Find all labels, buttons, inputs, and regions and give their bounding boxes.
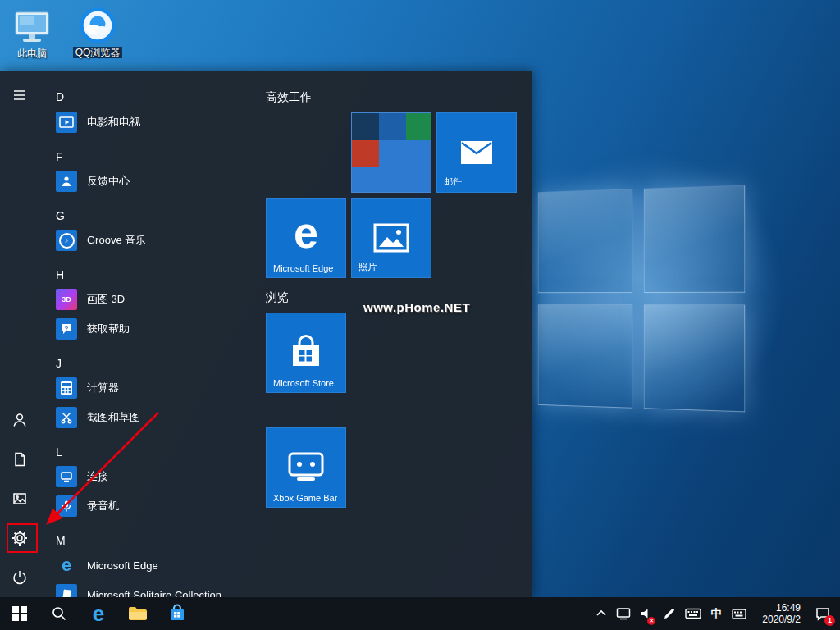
app-item-label: 录音机: [87, 499, 119, 514]
tile-label: Microsoft Store: [273, 378, 334, 388]
app-item-movies-tv[interactable]: 电影和电视: [56, 107, 256, 137]
app-item-groove-music[interactable]: ♪ Groove 音乐: [56, 226, 256, 255]
documents-button[interactable]: [0, 440, 39, 479]
app-letter-h[interactable]: H: [56, 267, 85, 283]
keyboard-icon: [732, 609, 746, 619]
notification-badge: 1: [824, 615, 835, 626]
tray-volume-button[interactable]: ×: [635, 597, 658, 630]
app-item-label: 获取帮助: [87, 322, 130, 336]
tile-xbox-game-bar[interactable]: Xbox Game Bar: [266, 427, 346, 508]
search-icon: [51, 605, 67, 622]
taskbar-edge-button[interactable]: e: [79, 597, 118, 630]
get-help-icon: ?: [56, 318, 77, 340]
movies-tv-icon: [56, 112, 77, 133]
qq-browser-icon: [66, 5, 130, 44]
app-letter-l[interactable]: L: [56, 444, 85, 460]
wallpaper-pane: [644, 185, 745, 293]
collage-square: [406, 113, 431, 140]
taskbar-search-button[interactable]: [39, 597, 79, 630]
tray-action-center-button[interactable]: 1: [806, 597, 840, 630]
tile-microsoft-edge[interactable]: e Microsoft Edge: [266, 198, 346, 278]
tray-touch-keyboard-button[interactable]: [681, 597, 705, 630]
wallpaper-pane: [538, 304, 632, 409]
desktop-icon-this-pc[interactable]: 此电脑: [0, 7, 64, 59]
expand-menu-button[interactable]: [0, 75, 39, 115]
wallpaper-pane: [644, 304, 745, 412]
app-item-solitaire[interactable]: Microsoft Solitaire Collection: [56, 580, 256, 597]
windows-logo-icon: [12, 606, 27, 621]
groove-music-icon: ♪: [56, 230, 77, 251]
tile-group-label[interactable]: 高效工作: [266, 90, 312, 105]
tile-mail[interactable]: 邮件: [436, 112, 517, 193]
settings-button[interactable]: [0, 518, 39, 558]
svg-text:?: ?: [65, 325, 69, 332]
connect-icon: [56, 466, 77, 487]
user-account-button[interactable]: [0, 400, 39, 440]
tray-ime-button[interactable]: 中: [705, 597, 727, 630]
app-item-get-help[interactable]: ? 获取帮助: [56, 314, 256, 344]
app-item-snip-sketch[interactable]: 截图和草图: [56, 403, 256, 432]
tray-clock[interactable]: 16:49 2020/9/2: [751, 597, 806, 630]
tray-network-button[interactable]: [612, 597, 635, 630]
taskbar: e × 中: [0, 597, 840, 630]
power-icon: [11, 569, 28, 586]
app-item-label: Microsoft Edge: [87, 559, 158, 572]
app-item-calculator[interactable]: 计算器: [56, 373, 256, 403]
app-item-label: 画图 3D: [87, 292, 125, 307]
app-item-microsoft-edge[interactable]: e Microsoft Edge: [56, 550, 256, 580]
store-icon: [168, 604, 186, 623]
hamburger-icon: [11, 87, 28, 103]
power-button[interactable]: [0, 558, 39, 597]
app-letter-d[interactable]: D: [56, 89, 85, 105]
app-letter-g[interactable]: G: [56, 208, 85, 224]
folder-icon: [128, 605, 148, 622]
tray-ime-toolbar-button[interactable]: [727, 597, 751, 630]
app-item-paint-3d[interactable]: 3D 画图 3D: [56, 285, 256, 314]
tile-folder-collage[interactable]: [351, 112, 431, 193]
tile-group-label[interactable]: 浏览: [266, 290, 289, 305]
paint-3d-icon: 3D: [56, 289, 77, 310]
tray-show-hidden-icons-button[interactable]: [591, 597, 612, 630]
windows-logo-wallpaper: [538, 185, 745, 413]
app-item-label: 截图和草图: [87, 410, 140, 425]
chevron-up-icon: [596, 609, 607, 618]
tile-microsoft-store[interactable]: Microsoft Store: [266, 313, 346, 393]
app-item-label: 反馈中心: [87, 174, 130, 189]
tile-photos[interactable]: 照片: [351, 198, 431, 278]
start-menu-app-list: D 电影和电视 F 反馈中心 G ♪ Groove 音乐: [39, 71, 266, 597]
pictures-icon: [11, 491, 28, 507]
app-letter-j[interactable]: J: [56, 355, 85, 372]
desktop-icon-label: QQ浏览器: [73, 47, 123, 58]
taskbar-file-explorer-button[interactable]: [118, 597, 158, 630]
tray-windows-ink-button[interactable]: [658, 597, 681, 630]
solitaire-icon: [56, 584, 77, 597]
desktop-icon-qq-browser[interactable]: QQ浏览器: [66, 5, 130, 59]
app-letter-f[interactable]: F: [56, 148, 85, 165]
calculator-icon: [56, 377, 77, 399]
taskbar-store-button[interactable]: [158, 597, 197, 630]
wallpaper-pane: [538, 189, 632, 293]
edge-icon: e: [56, 555, 77, 576]
app-item-connect[interactable]: 连接: [56, 462, 256, 491]
tile-label: 邮件: [444, 176, 462, 188]
collage-square: [352, 113, 379, 140]
app-item-feedback-hub[interactable]: 反馈中心: [56, 167, 256, 196]
feedback-hub-icon: [56, 171, 77, 192]
start-menu-rail: [0, 71, 39, 597]
pictures-button[interactable]: [0, 479, 39, 518]
volume-muted-badge: ×: [647, 617, 655, 625]
desktop-icon-label: 此电脑: [0, 48, 64, 59]
app-item-voice-recorder[interactable]: 录音机: [56, 491, 256, 521]
start-menu: D 电影和电视 F 反馈中心 G ♪ Groove 音乐: [0, 71, 532, 597]
network-icon: [616, 607, 631, 620]
app-item-label: Microsoft Solitaire Collection: [87, 589, 221, 598]
app-letter-m[interactable]: M: [56, 532, 85, 549]
document-icon: [11, 451, 28, 468]
start-button[interactable]: [0, 597, 39, 630]
clock-date: 2020/9/2: [762, 614, 801, 625]
app-item-label: 计算器: [87, 381, 119, 395]
keyboard-icon: [685, 608, 701, 619]
pen-icon: [663, 607, 676, 620]
app-item-label: 连接: [87, 469, 108, 484]
user-icon: [11, 412, 28, 428]
